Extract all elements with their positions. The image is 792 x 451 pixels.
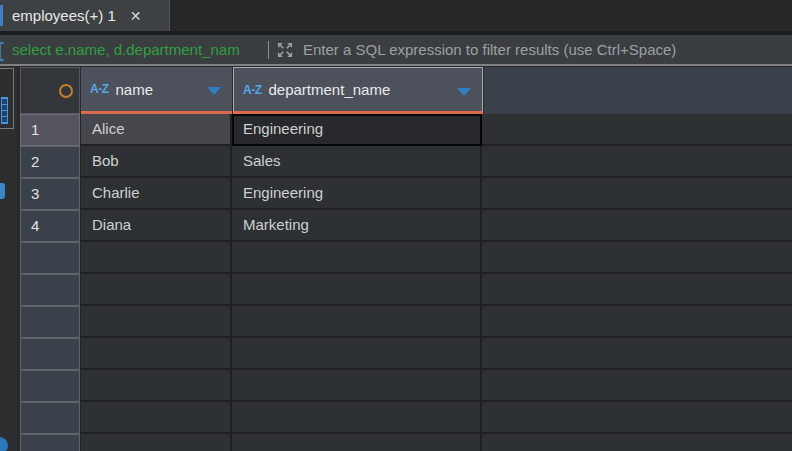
sort-az-icon[interactable]: A-Z bbox=[243, 83, 262, 97]
sql-filter-text[interactable]: select e.name, d.department_nam bbox=[12, 41, 266, 58]
cell-empty[interactable] bbox=[482, 274, 792, 306]
result-grid-window: employees(+) 1 ✕ [ select e.name, d.depa… bbox=[0, 0, 792, 451]
column-header-department-name[interactable]: A-Z department_name bbox=[233, 67, 483, 114]
cell-department[interactable]: Engineering bbox=[232, 178, 482, 210]
cell-empty[interactable] bbox=[81, 242, 232, 274]
row-number[interactable] bbox=[20, 306, 80, 338]
row-number[interactable]: 1 bbox=[20, 114, 80, 146]
cell-empty[interactable] bbox=[482, 434, 792, 451]
cell-department[interactable]: Sales bbox=[232, 146, 482, 178]
filter-bar: [ select e.name, d.department_nam Enter … bbox=[0, 35, 792, 64]
cell-empty[interactable] bbox=[482, 210, 792, 242]
table-row: 2 Bob Sales bbox=[0, 146, 792, 178]
cell-empty[interactable] bbox=[482, 242, 792, 274]
cell-empty[interactable] bbox=[232, 338, 482, 370]
cell-department-focused[interactable]: Engineering bbox=[232, 114, 482, 146]
cell-name[interactable]: Bob bbox=[81, 146, 232, 178]
cell-name[interactable]: Diana bbox=[81, 210, 232, 242]
tab-employees[interactable]: employees(+) 1 ✕ bbox=[0, 0, 170, 31]
table-row: 3 Charlie Engineering bbox=[0, 178, 792, 210]
row-number[interactable]: 4 bbox=[20, 210, 80, 242]
row-number[interactable]: 3 bbox=[20, 178, 80, 210]
table-row: 4 Diana Marketing bbox=[0, 210, 792, 242]
table-row-empty bbox=[0, 306, 792, 338]
close-icon[interactable]: ✕ bbox=[130, 8, 142, 24]
cell-empty[interactable] bbox=[232, 434, 482, 451]
cell-empty[interactable] bbox=[81, 274, 232, 306]
table-row-empty bbox=[0, 242, 792, 274]
tab-title: employees(+) 1 bbox=[12, 7, 116, 24]
cell-empty[interactable] bbox=[81, 370, 232, 402]
grid-view-button[interactable] bbox=[0, 68, 14, 129]
table-row-empty bbox=[0, 274, 792, 306]
table-row: 1 Alice Engineering bbox=[0, 114, 792, 146]
cell-empty[interactable] bbox=[482, 178, 792, 210]
cell-empty[interactable] bbox=[482, 146, 792, 178]
table-row-empty bbox=[0, 338, 792, 370]
expand-icon[interactable] bbox=[275, 40, 295, 60]
filter-separator bbox=[268, 41, 269, 59]
cell-empty[interactable] bbox=[81, 306, 232, 338]
cell-empty[interactable] bbox=[232, 306, 482, 338]
cell-empty[interactable] bbox=[81, 402, 232, 434]
row-number[interactable] bbox=[20, 402, 80, 434]
cell-empty[interactable] bbox=[81, 434, 232, 451]
header-filler bbox=[484, 67, 792, 114]
cell-empty[interactable] bbox=[482, 114, 792, 146]
help-icon[interactable] bbox=[0, 437, 8, 451]
row-number[interactable] bbox=[20, 274, 80, 306]
row-selector-icon bbox=[59, 84, 73, 98]
filter-bracket-icon: [ bbox=[0, 37, 9, 63]
column-label: department_name bbox=[269, 81, 391, 98]
sort-az-icon[interactable]: A-Z bbox=[90, 82, 109, 96]
results-grid: A-Z name A-Z department_name 1 Alice Eng… bbox=[0, 66, 792, 451]
table-row-empty bbox=[0, 370, 792, 402]
grid-view-icon bbox=[1, 97, 8, 124]
cell-empty[interactable] bbox=[232, 402, 482, 434]
row-number[interactable] bbox=[20, 338, 80, 370]
cell-empty[interactable] bbox=[482, 370, 792, 402]
row-number[interactable] bbox=[20, 434, 80, 451]
row-number[interactable] bbox=[20, 370, 80, 402]
results-side-toolbar bbox=[0, 66, 17, 451]
grid-rows: 1 Alice Engineering 2 Bob Sales 3 Charli… bbox=[0, 114, 792, 451]
filter-input[interactable]: Enter a SQL expression to filter results… bbox=[303, 41, 676, 58]
row-number[interactable]: 2 bbox=[20, 146, 80, 178]
column-filter-icon[interactable] bbox=[207, 87, 221, 95]
cell-department[interactable]: Marketing bbox=[232, 210, 482, 242]
table-row-empty bbox=[0, 434, 792, 451]
column-label: name bbox=[116, 81, 154, 98]
tab-bar: employees(+) 1 ✕ bbox=[0, 0, 792, 31]
cell-empty[interactable] bbox=[232, 274, 482, 306]
corner-cell[interactable] bbox=[20, 67, 80, 114]
table-row-empty bbox=[0, 402, 792, 434]
tab-accent-icon bbox=[0, 5, 3, 26]
cell-empty[interactable] bbox=[232, 242, 482, 274]
cell-empty[interactable] bbox=[81, 338, 232, 370]
column-filter-icon[interactable] bbox=[457, 88, 471, 96]
cell-name[interactable]: Alice bbox=[81, 114, 232, 146]
text-view-icon[interactable] bbox=[0, 183, 5, 199]
row-number[interactable] bbox=[20, 242, 80, 274]
cell-empty[interactable] bbox=[482, 402, 792, 434]
column-header-name[interactable]: A-Z name bbox=[81, 67, 232, 114]
cell-empty[interactable] bbox=[482, 338, 792, 370]
cell-empty[interactable] bbox=[232, 370, 482, 402]
cell-empty[interactable] bbox=[482, 306, 792, 338]
cell-name[interactable]: Charlie bbox=[81, 178, 232, 210]
